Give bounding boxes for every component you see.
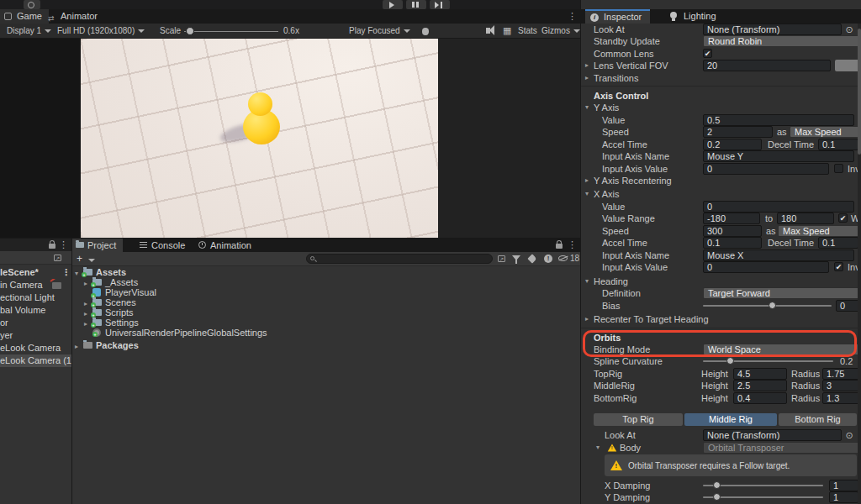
tree-item[interactable]: ▸ + Settings [72, 318, 581, 328]
wrap-checkbox[interactable] [838, 213, 848, 223]
rig-look-at-field[interactable]: None (Transform) [703, 429, 842, 441]
project-search-input[interactable] [306, 254, 493, 264]
hierarchy-item[interactable]: in Camera [0, 279, 71, 291]
foldout-closed-icon[interactable] [585, 74, 589, 81]
x-input-value-field[interactable]: 0 [703, 261, 829, 273]
lock-icon[interactable] [556, 244, 563, 249]
label-tag-icon[interactable] [527, 254, 536, 263]
bottom-rig-radius-field[interactable]: 1.3 [822, 392, 861, 404]
spline-slider-thumb[interactable] [726, 357, 734, 365]
filter-by-type-icon[interactable] [512, 255, 520, 260]
range-min-field[interactable]: -180 [703, 213, 760, 224]
alert-filter-icon[interactable]: ! [544, 255, 552, 263]
foldout-closed-icon[interactable] [585, 61, 589, 69]
y-accel-field[interactable]: 0.2 [703, 139, 762, 150]
top-rig-radius-field[interactable]: 1.75 [822, 368, 861, 380]
hidden-count-eye-icon[interactable] [558, 255, 568, 261]
lens-fov-field[interactable]: 20 [703, 60, 831, 71]
y-input-value-field[interactable]: 0 [703, 163, 829, 175]
object-picker-icon[interactable] [844, 430, 854, 440]
y-damping-field[interactable]: 1 [829, 491, 858, 503]
account-icon[interactable] [24, 0, 40, 9]
definition-dropdown[interactable]: Target Forward [703, 287, 861, 299]
hierarchy-item[interactable]: bal Volume [0, 304, 71, 317]
hierarchy-item-selected[interactable]: eLook Camera (1) [0, 354, 71, 367]
y-speed-field[interactable]: 2 [703, 126, 773, 138]
rig-tab-middle[interactable]: Middle Rig [684, 413, 777, 426]
tab-inspector[interactable]: iInspector [585, 9, 650, 24]
rig-tab-top[interactable]: Top Rig [594, 413, 683, 426]
y-invert-checkbox[interactable] [834, 164, 843, 173]
foldout-closed-icon[interactable] [585, 176, 589, 184]
x-damping-slider[interactable] [703, 485, 823, 486]
tree-item[interactable]: + UniversalRenderPipelineGlobalSettings [72, 328, 581, 338]
look-at-field[interactable]: None (Transform) [703, 24, 842, 35]
game-panel-menu-icon[interactable] [568, 11, 576, 22]
play-mode-dropdown[interactable]: Play Focused [349, 24, 410, 39]
foldout-open-icon[interactable] [585, 277, 589, 285]
x-invert-checkbox[interactable] [834, 262, 843, 271]
bug-icon[interactable] [422, 28, 429, 35]
foldout-closed-icon[interactable]: ▸ [75, 342, 78, 352]
tree-item[interactable]: + PlayerVisual [72, 287, 581, 297]
inspector-scrollbar[interactable] [858, 24, 861, 504]
y-value-field[interactable]: 0.5 [703, 114, 854, 126]
y-decel-field[interactable]: 0.1 [818, 139, 858, 150]
tree-item-packages[interactable]: ▸ Packages [72, 340, 581, 350]
play-button[interactable] [383, 0, 403, 9]
display-dropdown[interactable]: Display 1 [7, 24, 51, 39]
hierarchy-item[interactable]: or [0, 317, 71, 329]
foldout-open-icon[interactable] [596, 444, 600, 451]
scale-slider[interactable] [184, 31, 278, 32]
scene-row[interactable]: leScene* [0, 266, 71, 279]
foldout-closed-icon[interactable] [585, 315, 589, 323]
scrollbar-thumb[interactable] [858, 29, 861, 155]
y-damping-slider[interactable] [703, 496, 823, 498]
hierarchy-item[interactable]: eLook Camera [0, 342, 71, 354]
tab-animator[interactable]: ⇄Animator [44, 9, 104, 24]
tree-item[interactable]: ▸ + Scripts [72, 307, 581, 318]
object-picker-icon[interactable] [844, 24, 854, 34]
common-lens-checkbox[interactable] [703, 49, 712, 58]
bias-slider[interactable] [703, 305, 832, 307]
tab-project[interactable]: Project [72, 239, 123, 252]
pause-button[interactable] [406, 0, 426, 9]
x-value-field[interactable]: 0 [703, 201, 854, 213]
middle-rig-radius-field[interactable]: 3 [822, 380, 861, 391]
bottom-rig-height-field[interactable]: 0.4 [733, 392, 787, 404]
x-speed-mode-dropdown[interactable]: Max Speed [778, 225, 861, 237]
x-speed-field[interactable]: 300 [703, 225, 762, 237]
y-input-name-field[interactable]: Mouse Y [703, 150, 854, 162]
x-damping-field[interactable]: 1 [829, 480, 858, 491]
project-menu-icon[interactable] [568, 239, 576, 250]
standby-dropdown[interactable]: Round Robin [703, 35, 861, 47]
binding-mode-dropdown[interactable]: World Space [703, 344, 861, 355]
popout-icon[interactable]: ↗ [498, 255, 505, 262]
step-button[interactable] [430, 0, 450, 9]
resolution-dropdown[interactable]: Full HD (1920x1080) [57, 24, 145, 39]
scene-menu-icon[interactable] [61, 266, 70, 279]
stats-button[interactable]: Stats [518, 24, 537, 39]
foldout-open-icon[interactable] [585, 103, 589, 111]
tab-game[interactable]: Game [0, 9, 49, 24]
x-decel-field[interactable]: 0.1 [818, 237, 858, 249]
foldout-open-icon[interactable] [585, 190, 589, 197]
x-accel-field[interactable]: 0.1 [703, 237, 762, 249]
lock-icon[interactable] [49, 244, 55, 249]
y-speed-mode-dropdown[interactable]: Max Speed [790, 126, 861, 138]
x-damping-thumb[interactable] [713, 481, 721, 489]
chevron-down-icon[interactable] [88, 259, 95, 262]
mute-audio-icon[interactable] [486, 28, 490, 34]
rig-tab-bottom[interactable]: Bottom Rig [779, 413, 857, 426]
tree-item[interactable]: ▸ + _Assets [72, 277, 581, 287]
shortcuts-grid-icon[interactable]: ▦ [503, 25, 511, 36]
tab-animation[interactable]: Animation [195, 239, 258, 252]
tab-lighting[interactable]: Lighting [665, 9, 725, 24]
scale-slider-thumb[interactable] [186, 27, 194, 35]
x-input-name-field[interactable]: Mouse X [703, 249, 854, 261]
add-asset-button[interactable]: + [77, 253, 82, 265]
gizmos-dropdown[interactable]: Gizmos [541, 24, 580, 39]
hierarchy-item[interactable]: ectional Light [0, 291, 71, 304]
hierarchy-item[interactable]: yer [0, 329, 71, 342]
bias-field[interactable]: 0 [836, 300, 859, 312]
